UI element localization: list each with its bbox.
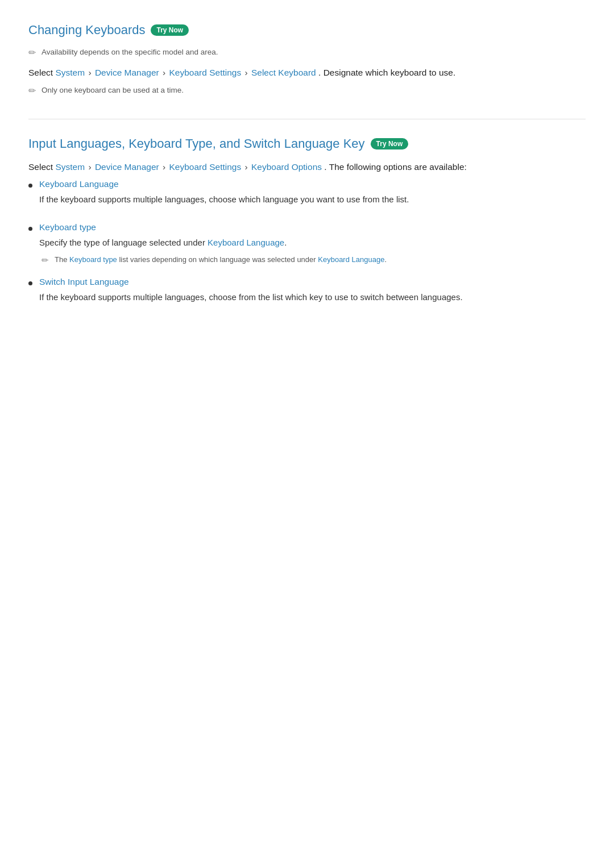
section-divider	[28, 119, 586, 119]
section1-arrow3: ›	[245, 68, 250, 77]
pencil-icon-2: ✏	[28, 85, 36, 96]
section1-instr-suffix: . Designate which keyboard to use.	[318, 68, 455, 77]
keyboard-type-note-link2[interactable]: Keyboard Language	[318, 255, 384, 264]
section2-instruction: Select System › Device Manager › Keyboar…	[28, 160, 586, 175]
section2-link-system[interactable]: System	[55, 162, 85, 172]
section1-note2-text: Only one keyboard can be used at a time.	[42, 85, 184, 96]
keyboard-language-link[interactable]: Keyboard Language	[39, 179, 586, 189]
section2-link-keyboard-options[interactable]: Keyboard Options	[251, 162, 322, 172]
section-changing-keyboards: Changing Keyboards Try Now ✏ Availabilit…	[28, 23, 586, 96]
bullet-dot-1	[28, 184, 32, 188]
section2-link-keyboard-settings[interactable]: Keyboard Settings	[169, 162, 242, 172]
section1-link-system[interactable]: System	[55, 68, 85, 77]
section2-arrow2: ›	[163, 162, 168, 172]
keyboard-language-desc: If the keyboard supports multiple langua…	[39, 193, 586, 206]
section2-link-device-manager[interactable]: Device Manager	[95, 162, 159, 172]
section2-try-now-badge[interactable]: Try Now	[371, 138, 409, 149]
keyboard-type-ref-link[interactable]: Keyboard Language	[208, 238, 284, 247]
switch-input-language-desc: If the keyboard supports multiple langua…	[39, 290, 586, 304]
section-input-languages: Input Languages, Keyboard Type, and Swit…	[28, 136, 586, 309]
section1-instruction: Select System › Device Manager › Keyboar…	[28, 66, 586, 80]
section2-title: Input Languages, Keyboard Type, and Swit…	[28, 136, 586, 151]
bullet-item-switch-input-language: Switch Input Language If the keyboard su…	[28, 277, 586, 309]
section2-arrow3: ›	[245, 162, 250, 172]
keyboard-type-note-text: The Keyboard type list varies depending …	[55, 254, 387, 265]
bullet-content-switch-input-language: Switch Input Language If the keyboard su…	[39, 277, 586, 309]
section1-note2-row: ✏ Only one keyboard can be used at a tim…	[28, 85, 586, 96]
section2-instr-prefix: Select	[28, 162, 53, 172]
section2-title-text: Input Languages, Keyboard Type, and Swit…	[28, 136, 365, 151]
bullet-item-keyboard-type: Keyboard type Specify the type of langua…	[28, 222, 586, 265]
section1-arrow1: ›	[88, 68, 93, 77]
bullet-content-keyboard-language: Keyboard Language If the keyboard suppor…	[39, 179, 586, 211]
pencil-icon-3: ✏	[42, 255, 49, 265]
switch-input-language-link[interactable]: Switch Input Language	[39, 277, 586, 287]
keyboard-type-sub-note: ✏ The Keyboard type list varies dependin…	[39, 254, 586, 265]
keyboard-type-link[interactable]: Keyboard type	[39, 222, 586, 232]
pencil-icon-1: ✏	[28, 47, 36, 58]
section1-link-device-manager[interactable]: Device Manager	[95, 68, 159, 77]
bullet-dot-3	[28, 281, 32, 285]
section2-arrow1: ›	[88, 162, 93, 172]
section1-title-text: Changing Keyboards	[28, 23, 145, 38]
section1-instr-prefix: Select	[28, 68, 53, 77]
section1-title: Changing Keyboards Try Now	[28, 23, 586, 38]
section1-link-select-keyboard[interactable]: Select Keyboard	[251, 68, 316, 77]
keyboard-type-note-link1[interactable]: Keyboard type	[69, 255, 117, 264]
options-list: Keyboard Language If the keyboard suppor…	[28, 179, 586, 309]
section2-instr-suffix: . The following options are available:	[324, 162, 466, 172]
bullet-dot-2	[28, 227, 32, 231]
bullet-content-keyboard-type: Keyboard type Specify the type of langua…	[39, 222, 586, 265]
section1-note1-text: Availability depends on the specific mod…	[42, 47, 218, 58]
section1-link-keyboard-settings[interactable]: Keyboard Settings	[169, 68, 242, 77]
keyboard-type-desc: Specify the type of language selected un…	[39, 236, 586, 250]
section1-try-now-badge[interactable]: Try Now	[151, 24, 189, 36]
section1-arrow2: ›	[163, 68, 168, 77]
section1-note1-row: ✏ Availability depends on the specific m…	[28, 47, 586, 58]
bullet-item-keyboard-language: Keyboard Language If the keyboard suppor…	[28, 179, 586, 211]
